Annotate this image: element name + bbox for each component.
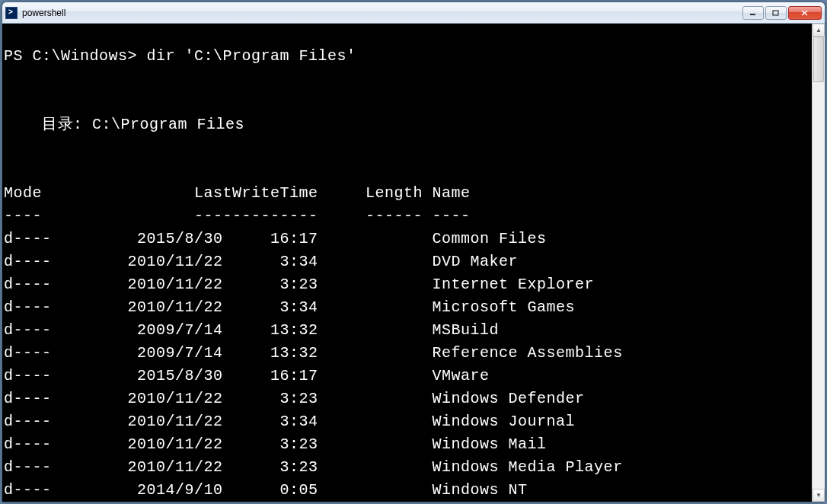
close-icon bbox=[801, 10, 809, 16]
window-title: powershell bbox=[22, 8, 741, 18]
scroll-track[interactable] bbox=[813, 37, 825, 489]
title-bar[interactable]: powershell bbox=[2, 2, 825, 24]
window-buttons bbox=[741, 6, 822, 20]
minimize-icon bbox=[749, 10, 757, 16]
scroll-thumb[interactable] bbox=[813, 37, 824, 82]
vertical-scrollbar[interactable]: ▲ ▼ bbox=[812, 24, 825, 502]
scroll-down-button[interactable]: ▼ bbox=[813, 489, 825, 502]
powershell-window: powershell PS C:\Windows> dir 'C:\Progra… bbox=[2, 2, 825, 502]
close-button[interactable] bbox=[788, 6, 822, 20]
minimize-button[interactable] bbox=[742, 6, 764, 20]
maximize-icon bbox=[772, 10, 780, 16]
console-area: PS C:\Windows> dir 'C:\Program Files' 目录… bbox=[2, 24, 825, 502]
maximize-button[interactable] bbox=[765, 6, 787, 20]
svg-rect-1 bbox=[773, 11, 778, 15]
scroll-up-button[interactable]: ▲ bbox=[813, 24, 825, 37]
terminal-output[interactable]: PS C:\Windows> dir 'C:\Program Files' 目录… bbox=[2, 24, 812, 502]
powershell-icon bbox=[5, 7, 18, 19]
